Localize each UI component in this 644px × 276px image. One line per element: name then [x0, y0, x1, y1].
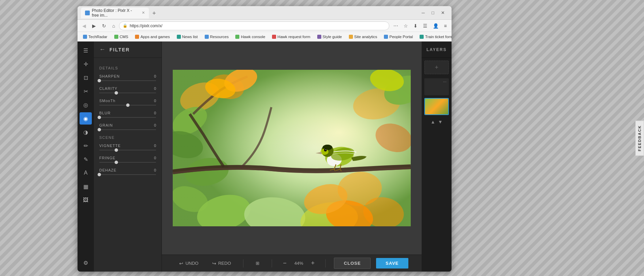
bookmark-analytics[interactable]: Site analytics: [346, 34, 380, 39]
back-btn[interactable]: ◀: [80, 22, 88, 30]
bookmark-label: CMS: [120, 35, 129, 39]
clarity-slider[interactable]: [99, 93, 156, 93]
fringe-control: FRINGE 0: [99, 156, 156, 163]
window-close-btn[interactable]: ✕: [438, 9, 448, 17]
layer-down-btn[interactable]: ▼: [438, 119, 443, 125]
clarity-thumb[interactable]: [115, 91, 118, 95]
view-toggle-btn[interactable]: ⊞: [252, 259, 264, 268]
bookmark-hawk-console[interactable]: Hawk console: [233, 34, 268, 39]
layer-up-btn[interactable]: ▲: [430, 119, 435, 125]
grain-slider[interactable]: [99, 129, 156, 130]
layers-panel: LAYERS + ··· ▲ ▼: [422, 42, 452, 272]
dehaze-label: DEHAZE: [99, 168, 117, 172]
bookmark-hawk-form[interactable]: Hawk request form: [269, 34, 313, 39]
new-tab-btn[interactable]: +: [150, 9, 159, 18]
canvas-image: [173, 70, 411, 226]
fringe-thumb[interactable]: [115, 161, 118, 164]
blur-thumb[interactable]: [98, 116, 101, 119]
smooth-value: 0: [154, 99, 156, 103]
blur-slider[interactable]: [99, 117, 156, 118]
draw-tool-btn[interactable]: ◑: [80, 126, 92, 138]
zoom-value: 44%: [292, 261, 306, 266]
undo-icon: ↩: [179, 261, 183, 266]
eyedropper-tool-btn[interactable]: ✏: [80, 140, 92, 152]
zoom-out-btn[interactable]: −: [280, 259, 289, 267]
tab-close-btn[interactable]: ✕: [142, 11, 145, 15]
pencil-tool-btn[interactable]: ✎: [80, 153, 92, 165]
vignette-control: VIGNETTE 0: [99, 144, 156, 150]
active-tab[interactable]: Photo Editor : Pixlr X - free im... ✕: [81, 7, 149, 18]
vignette-thumb[interactable]: [115, 148, 118, 152]
grain-thumb[interactable]: [98, 128, 101, 131]
bookmark-apps[interactable]: Apps and games: [132, 34, 172, 39]
forward-btn[interactable]: ▶: [90, 22, 98, 30]
vignette-label: VIGNETTE: [99, 144, 121, 148]
photo-tool-btn[interactable]: 🖼: [80, 194, 92, 206]
move-tool-btn[interactable]: ✛: [80, 58, 92, 70]
bookmark-style[interactable]: Style guide: [315, 34, 345, 39]
smooth-label: SMooTh: [99, 99, 116, 103]
extensions-btn[interactable]: ⋯: [391, 22, 400, 30]
blur-label: BLUR: [99, 111, 111, 115]
layer-thumb-item[interactable]: [424, 98, 449, 115]
profile-btn[interactable]: 👤: [431, 22, 441, 30]
reading-list-btn[interactable]: ☰: [421, 22, 429, 30]
tab-favicon: [85, 11, 90, 15]
bookmark-resources[interactable]: Resources: [202, 34, 232, 39]
cut-tool-btn[interactable]: ✂: [80, 85, 92, 97]
bookmark-cms[interactable]: CMS: [112, 34, 131, 39]
bookmark-label: TechRadar: [88, 35, 107, 39]
dehaze-slider[interactable]: [99, 174, 156, 175]
filter-tool-btn[interactable]: ◉: [80, 112, 92, 125]
fringe-label: FRINGE: [99, 156, 116, 160]
details-section-title: DETAILS: [99, 66, 156, 70]
sharpen-value: 0: [154, 74, 156, 78]
fringe-value: 0: [154, 156, 156, 160]
refresh-btn[interactable]: ↻: [100, 22, 108, 30]
download-btn[interactable]: ⬇: [411, 22, 420, 30]
redo-icon: ↪: [212, 261, 216, 266]
window-controls: ─ □ ✕: [418, 9, 448, 17]
minimize-btn[interactable]: ─: [418, 9, 428, 17]
undo-btn[interactable]: ↩ UNDO: [175, 259, 202, 268]
smooth-slider[interactable]: [99, 105, 156, 105]
bookmark-label: Train ticket form: [425, 35, 452, 39]
settings-btn[interactable]: ⚙: [80, 257, 92, 269]
redo-btn[interactable]: ↪ REDO: [208, 259, 235, 268]
bookmark-people[interactable]: People Portal: [381, 34, 416, 39]
sharpen-thumb[interactable]: [98, 79, 101, 82]
menu-btn[interactable]: ≡: [442, 22, 449, 30]
bookmark-train[interactable]: Train ticket form: [417, 34, 452, 39]
hamburger-menu-btn[interactable]: ☰: [80, 44, 92, 56]
smooth-thumb[interactable]: [126, 103, 130, 107]
vignette-slider[interactable]: [99, 150, 156, 150]
sharpen-label: SHARPEN: [99, 74, 120, 78]
close-main-btn[interactable]: CLOSE: [334, 258, 371, 269]
canvas-image-container[interactable]: [162, 42, 422, 255]
bookmark-label: Site analytics: [354, 35, 377, 39]
home-btn[interactable]: ⌂: [110, 22, 117, 30]
bookmark-icon: [384, 35, 388, 39]
adjust-tool-btn[interactable]: ◎: [80, 99, 92, 111]
bookmark-btn[interactable]: ☆: [402, 22, 410, 30]
zoom-in-btn[interactable]: +: [308, 259, 318, 267]
dehaze-thumb[interactable]: [98, 173, 101, 176]
add-layer-btn[interactable]: +: [424, 61, 449, 74]
sharpen-slider[interactable]: [99, 80, 156, 81]
grain-control: GRAIN 0: [99, 123, 156, 130]
toolbar-divider-3: [325, 259, 326, 267]
overlay-tool-btn[interactable]: ▦: [80, 180, 92, 193]
text-tool-btn[interactable]: A: [80, 167, 92, 179]
feedback-btn[interactable]: FEEDBACK: [635, 120, 644, 156]
save-main-btn[interactable]: SAVE: [376, 258, 408, 269]
bookmark-techradar[interactable]: TechRadar: [80, 34, 110, 39]
crop-tool-btn[interactable]: ⊡: [80, 71, 92, 84]
address-bar[interactable]: 🔒 https://pixlr.com/x/: [119, 21, 389, 30]
bookmark-label: Resources: [210, 35, 229, 39]
maximize-btn[interactable]: □: [428, 9, 438, 17]
filter-back-btn[interactable]: ←: [99, 46, 105, 53]
layer-dots-item[interactable]: ···: [424, 78, 449, 95]
bookmark-news[interactable]: News list: [174, 34, 201, 39]
fringe-slider[interactable]: [99, 162, 156, 163]
grain-value: 0: [154, 123, 156, 127]
